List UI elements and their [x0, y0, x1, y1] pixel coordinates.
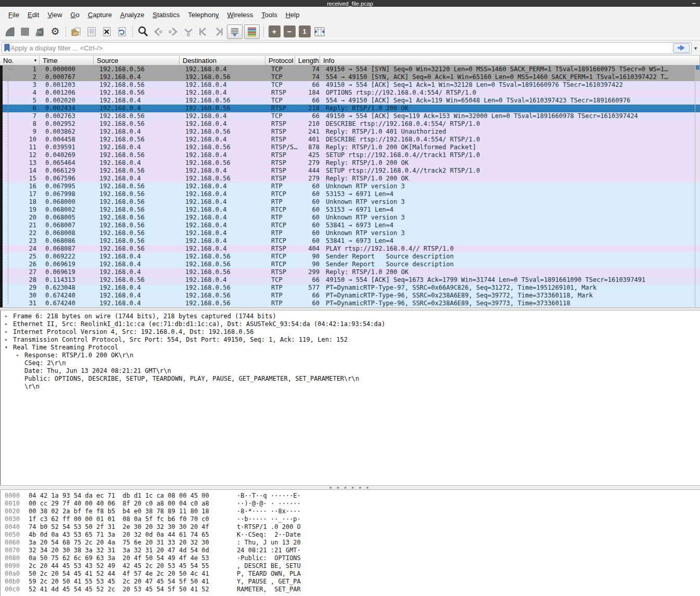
- reload-file-icon[interactable]: [115, 25, 129, 38]
- last-packet-icon[interactable]: [212, 25, 225, 38]
- open-file-icon[interactable]: [70, 25, 83, 38]
- detail-line[interactable]: Public: OPTIONS, DESCRIBE, SETUP, TEARDO…: [1, 374, 700, 382]
- column-header-destination[interactable]: Destination: [180, 56, 265, 65]
- packet-row[interactable]: 200.068005192.168.0.56192.168.0.4RTP60Un…: [3, 214, 700, 222]
- bookmark-icon[interactable]: [4, 44, 10, 53]
- packet-row[interactable]: 230.068086192.168.0.56192.168.0.4RTCP605…: [3, 237, 700, 245]
- packet-row[interactable]: 30.001203192.168.0.56192.168.0.4TCP66491…: [3, 81, 700, 89]
- colorize-icon[interactable]: [244, 24, 260, 39]
- column-header-time[interactable]: Time: [40, 56, 94, 65]
- menu-wireless[interactable]: Wireless: [223, 9, 258, 21]
- column-header-info[interactable]: Info: [320, 56, 700, 65]
- menu-help[interactable]: Help: [282, 9, 304, 21]
- pane-splitter-handle[interactable]: ■ ■ ■ ■ ■ ■: [0, 485, 700, 490]
- packet-row[interactable]: 270.069619192.168.0.4192.168.0.56RTSP299…: [3, 268, 700, 276]
- packet-row[interactable]: 80.002952192.168.0.56192.168.0.4RTSP210D…: [3, 120, 700, 128]
- previous-packet-icon[interactable]: [151, 25, 165, 38]
- detail-line[interactable]: ▾Real Time Streaming Protocol: [1, 343, 700, 351]
- detail-line[interactable]: ▸Internet Protocol Version 4, Src: 192.1…: [1, 328, 700, 335]
- capture-options-icon[interactable]: ⚙: [48, 25, 62, 38]
- stop-capture-icon[interactable]: [18, 25, 32, 38]
- hex-row[interactable]: 004074 b0 52 54 53 50 2f 31 2e 30 20 32 …: [1, 523, 700, 531]
- first-packet-icon[interactable]: [197, 25, 210, 38]
- hex-row[interactable]: 00800a 50 75 62 6c 69 63 3a 20 4f 50 54 …: [1, 554, 700, 562]
- packet-row[interactable]: 310.674240192.168.0.4192.168.0.56RTP60PT…: [3, 300, 700, 307]
- auto-scroll-icon[interactable]: [227, 24, 243, 39]
- collapsed-arrow-icon[interactable]: ▸: [5, 336, 13, 342]
- collapsed-arrow-icon[interactable]: ▸: [5, 329, 13, 334]
- detail-line[interactable]: ▸Ethernet II, Src: ReolinkI_d1:1c:ca (ec…: [1, 320, 700, 328]
- apply-filter-button[interactable]: [673, 43, 690, 53]
- hex-row[interactable]: 00504b 0d 0a 43 53 65 71 3a 20 32 0d 0a …: [1, 531, 700, 539]
- detail-line[interactable]: ▸Transmission Control Protocol, Src Port…: [1, 335, 700, 343]
- detail-line[interactable]: ▸Frame 6: 218 bytes on wire (1744 bits),…: [1, 312, 700, 320]
- detail-line[interactable]: \r\n: [1, 382, 700, 390]
- find-packet-icon[interactable]: [136, 25, 150, 38]
- packet-row[interactable]: 70.002763192.168.0.56192.168.0.4TCP66491…: [3, 112, 700, 120]
- display-filter-box[interactable]: [2, 42, 692, 54]
- menu-tools[interactable]: Tools: [257, 9, 281, 21]
- hex-row[interactable]: 00c052 41 4d 45 54 45 52 2c 20 53 45 54 …: [1, 586, 700, 593]
- zoom-in-icon[interactable]: +: [268, 25, 281, 38]
- packet-row[interactable]: 210.068007192.168.0.56192.168.0.4RTCP605…: [3, 222, 700, 229]
- packet-row[interactable]: 220.068008192.168.0.56192.168.0.4RTP60Un…: [3, 229, 700, 237]
- packet-row[interactable]: 280.114313192.168.0.56192.168.0.4TCP6649…: [3, 276, 700, 284]
- packet-row[interactable]: 50.002020192.168.0.4192.168.0.56TCP66554…: [3, 97, 700, 105]
- packet-row[interactable]: 90.003862192.168.0.4192.168.0.56RTSP241R…: [3, 128, 700, 136]
- packet-list-scrollbar[interactable]: [695, 66, 700, 307]
- menu-capture[interactable]: Capture: [84, 9, 116, 21]
- packet-row[interactable]: 300.674240192.168.0.4192.168.0.56RTP66PT…: [3, 292, 700, 300]
- hex-row[interactable]: 00603a 20 54 68 75 2c 20 4a 75 6e 20 31 …: [1, 539, 700, 547]
- packet-row[interactable]: 130.065464192.168.0.4192.168.0.56RTSP279…: [3, 159, 700, 167]
- menu-telephony[interactable]: Telephony: [184, 9, 223, 21]
- expanded-arrow-icon[interactable]: ▾: [5, 344, 13, 350]
- hex-row[interactable]: 001000 cc 29 7f 40 00 40 06 8f 20 c0 a8 …: [1, 500, 700, 508]
- packet-row[interactable]: 140.066129192.168.0.56192.168.0.4RTSP444…: [3, 167, 700, 175]
- next-packet-icon[interactable]: [167, 25, 180, 38]
- hex-row[interactable]: 000004 42 1a 93 54 da ec 71 db d1 1c ca …: [1, 492, 700, 500]
- packet-row[interactable]: 250.069222192.168.0.4192.168.0.56RTCP90S…: [3, 253, 700, 261]
- hex-row[interactable]: 00902c 20 44 45 53 43 52 49 42 45 2c 20 …: [1, 562, 700, 570]
- menu-edit[interactable]: Edit: [23, 9, 43, 21]
- packet-row[interactable]: 110.039591192.168.0.4192.168.0.56RTSP/S……: [3, 144, 700, 151]
- packet-row[interactable]: 290.623048192.168.0.4192.168.0.56RTP577P…: [3, 284, 700, 292]
- minimize-button[interactable]: –: [692, 0, 696, 7]
- hex-row[interactable]: 00b059 2c 20 50 41 55 53 45 2c 20 47 45 …: [1, 578, 700, 586]
- scrollbar-thumb[interactable]: [696, 66, 699, 70]
- packet-row[interactable]: 260.069619192.168.0.4192.168.0.56RTCP90S…: [3, 261, 700, 268]
- column-header-protocol[interactable]: Protocol: [265, 56, 295, 65]
- packet-row[interactable]: 60.002434192.168.0.4192.168.0.56RTSP218R…: [3, 105, 700, 112]
- menu-file[interactable]: File: [4, 9, 23, 21]
- column-header-length[interactable]: Length: [295, 56, 320, 65]
- packet-row[interactable]: 160.067995192.168.0.56192.168.0.4RTP60Un…: [3, 183, 700, 190]
- goto-packet-icon[interactable]: [182, 25, 195, 38]
- packet-row[interactable]: 120.040269192.168.0.56192.168.0.4RTSP425…: [3, 151, 700, 159]
- hex-row[interactable]: 007032 34 20 30 38 3a 32 31 3a 32 31 20 …: [1, 547, 700, 554]
- packet-row[interactable]: 180.068000192.168.0.56192.168.0.4RTP60Un…: [3, 198, 700, 206]
- start-capture-icon[interactable]: [3, 25, 17, 38]
- menu-statistics[interactable]: Statistics: [148, 9, 184, 21]
- detail-line[interactable]: Date: Thu, Jun 13 2024 08:21:21 GMT\r\n: [1, 367, 700, 374]
- zoom-out-icon[interactable]: −: [283, 25, 296, 38]
- zoom-100-icon[interactable]: 1: [298, 25, 311, 38]
- packet-row[interactable]: 40.001206192.168.0.56192.168.0.4RTSP184O…: [3, 89, 700, 97]
- column-header-source[interactable]: Source: [94, 56, 180, 65]
- detail-line[interactable]: ▸Response: RTSP/1.0 200 OK\r\n: [1, 351, 700, 359]
- packet-row[interactable]: 240.068087192.168.0.56192.168.0.4RTSP404…: [3, 245, 700, 253]
- packet-row[interactable]: 10.000000192.168.0.56192.168.0.4TCP74491…: [3, 66, 700, 73]
- menu-view[interactable]: View: [43, 9, 66, 21]
- restart-capture-icon[interactable]: [33, 25, 47, 38]
- resize-columns-icon[interactable]: [313, 25, 326, 38]
- save-file-icon[interactable]: [85, 25, 98, 38]
- detail-line[interactable]: CSeq: 2\r\n: [1, 359, 700, 367]
- collapsed-arrow-icon[interactable]: ▸: [5, 321, 13, 327]
- hex-row[interactable]: 002000 38 02 2a bf fe f8 b5 b4 e0 38 78 …: [1, 508, 700, 515]
- close-file-icon[interactable]: [100, 25, 113, 38]
- menu-go[interactable]: Go: [66, 9, 83, 21]
- collapsed-arrow-icon[interactable]: ▸: [16, 352, 24, 358]
- packet-row[interactable]: 190.068002192.168.0.56192.168.0.4RTCP605…: [3, 206, 700, 214]
- packet-row[interactable]: 20.000767192.168.0.4192.168.0.56TCP74554…: [3, 73, 700, 81]
- packet-row[interactable]: 170.067998192.168.0.56192.168.0.4RTCP605…: [3, 190, 700, 198]
- collapsed-arrow-icon[interactable]: ▸: [5, 313, 13, 319]
- hex-row[interactable]: 00a050 2c 20 54 45 41 52 44 4f 57 4e 2c …: [1, 570, 700, 578]
